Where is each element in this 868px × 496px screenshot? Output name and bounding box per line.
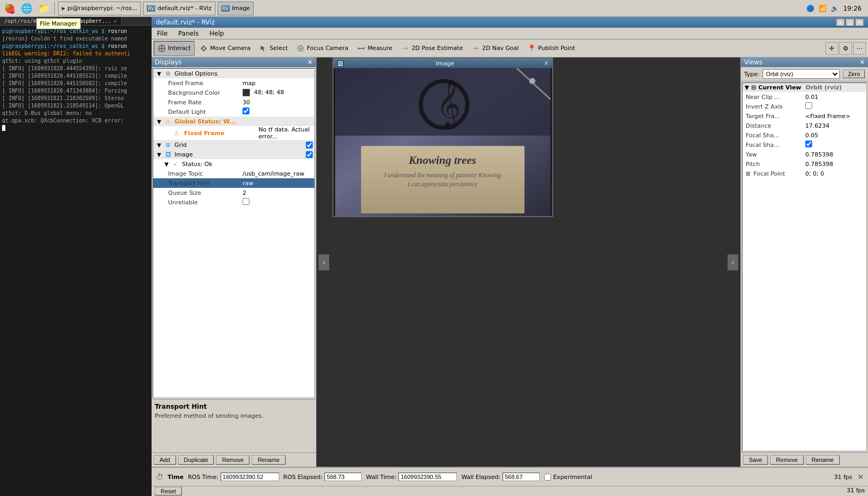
focal-point-row[interactable]: ⊞ Focal Point 0; 0; 0 (742, 169, 866, 178)
tool-focus-camera[interactable]: Focus Camera (293, 41, 352, 56)
image-display-expand[interactable]: ▼ (155, 152, 163, 158)
views-close-icon[interactable]: ✕ (859, 59, 865, 66)
taskbar-rviz[interactable]: RV default.rviz* - RViz (143, 2, 215, 15)
grid-checkbox[interactable] (306, 142, 313, 148)
near-clip-row[interactable]: Near Clip ... 0.01 (742, 92, 866, 102)
clock: 19:26 (843, 5, 862, 12)
tool-measure[interactable]: Measure (353, 41, 396, 56)
queue-size-row[interactable]: Queue Size 2 (153, 188, 314, 197)
menu-help[interactable]: Help (206, 29, 227, 38)
target-frame-row[interactable]: Target Fra... <Fixed Frame> (742, 111, 866, 121)
menu-panels[interactable]: Panels (175, 29, 202, 38)
wall-time-input[interactable] (398, 473, 457, 481)
toolbar-config-btn[interactable]: ⚙ (839, 42, 852, 55)
invert-z-row[interactable]: Invert Z Axis (742, 102, 866, 111)
ros-time-input[interactable] (221, 473, 279, 481)
focal-point-value: 0; 0; 0 (803, 170, 866, 177)
focal-shape-fixed-row[interactable]: Focal Sha... (742, 140, 866, 150)
grid-row[interactable]: ▼ ⊞ Grid (153, 140, 314, 150)
views-remove-button[interactable]: Remove (770, 455, 804, 465)
pitch-row[interactable]: Pitch 0.785398 (742, 159, 866, 169)
term-line-10: [ INFO] [1609931821.218302509]: Stereo (2, 95, 149, 102)
displays-panel-header: Displays ✕ (152, 57, 316, 67)
rviz-maximize-btn[interactable]: △ (846, 19, 854, 26)
folder-icon[interactable]: 📁 File Manager (36, 1, 51, 16)
views-zero-button[interactable]: Zero (843, 70, 865, 78)
global-status-row[interactable]: ▼ ⚠ Global Status: W... (153, 117, 314, 126)
rviz-minimize-btn[interactable]: ∨ (836, 19, 845, 26)
reset-button[interactable]: Reset (155, 487, 182, 495)
ros-elapsed-group: ROS Elapsed: (283, 473, 362, 481)
fixed-frame-status-row[interactable]: ⚠ Fixed Frame No tf data. Actual error..… (153, 126, 314, 140)
image-display-checkbox[interactable] (306, 151, 313, 158)
focal-shape-size-row[interactable]: Focal Sha... 0.05 (742, 130, 866, 140)
default-light-row[interactable]: Default Light (153, 107, 314, 117)
tool-select[interactable]: Select (255, 41, 291, 56)
global-status-expand[interactable]: ▼ (155, 119, 163, 125)
image-status-row[interactable]: ▼ ✓ Status: Ok (153, 159, 314, 169)
views-buttons: Save Remove Rename (741, 452, 868, 467)
wall-elapsed-label: Wall Elapsed: (461, 474, 500, 481)
taskbar-image[interactable]: RV Image (218, 2, 254, 15)
image-window-close[interactable]: ✕ (544, 60, 549, 67)
tool-2d-pose[interactable]: → 2D Pose Estimate (397, 41, 467, 56)
taskbar-terminal-1[interactable]: ▶ pi@raspberrypi: ~/ros... (58, 2, 141, 15)
image-floating-window[interactable]: 🖼 Image ✕ (332, 57, 553, 217)
tool-publish-point[interactable]: 📍 Publish Point (523, 41, 579, 56)
ros-elapsed-input[interactable] (324, 473, 362, 481)
unreliable-checkbox[interactable] (243, 198, 249, 205)
image-status-expand[interactable]: ▼ (163, 161, 170, 167)
wall-time-group: Wall Time: (366, 473, 457, 481)
term-line-7: [ INFO] [1609931820.445105523]: compile (2, 72, 149, 80)
tool-interact[interactable]: Interact (154, 41, 195, 56)
unreliable-value (240, 198, 314, 206)
image-display-row[interactable]: ▼ 🖼 Image (153, 150, 314, 159)
remove-button[interactable]: Remove (216, 455, 249, 465)
duplicate-button[interactable]: Duplicate (178, 455, 214, 465)
toolbar-add-btn[interactable]: ✛ (825, 42, 838, 55)
browser-icon[interactable]: 🌐 (19, 1, 34, 16)
toolbar-dots-btn[interactable]: ⋯ (853, 42, 866, 55)
displays-close-icon[interactable]: ✕ (307, 59, 313, 66)
tool-move-camera[interactable]: Move Camera (196, 41, 254, 56)
time-bar-close[interactable]: ✕ (857, 473, 864, 481)
frame-rate-row[interactable]: Frame Rate 30 (153, 97, 314, 107)
background-color-row[interactable]: Background Color 48; 48; 48 (153, 88, 314, 97)
image-topic-row[interactable]: Image Topic /usb_cam/image_raw (153, 169, 314, 178)
add-button[interactable]: Add (154, 455, 176, 465)
focal-shape-fixed-checkbox[interactable] (805, 140, 812, 147)
displays-panel: Displays ✕ ▼ ⚙ Global Options Fixed Fram… (152, 57, 316, 467)
transport-hint-row[interactable]: Transport Hint raw (153, 178, 314, 188)
views-type-select[interactable]: Orbit (rviz) (763, 69, 840, 79)
raspberry-icon[interactable]: 🍓 (2, 1, 17, 16)
file-manager-tooltip: File Manager (36, 18, 81, 29)
views-rename-button[interactable]: Rename (806, 455, 840, 465)
displays-tree[interactable]: ▼ ⚙ Global Options Fixed Frame map Backg… (153, 68, 315, 398)
menu-file[interactable]: File (154, 29, 171, 38)
yaw-row[interactable]: Yaw 0.785398 (742, 150, 866, 159)
grid-expand[interactable]: ▼ (155, 142, 163, 148)
global-options-expand[interactable]: ▼ (155, 71, 163, 77)
views-save-button[interactable]: Save (743, 455, 768, 465)
tool-2d-nav[interactable]: → 2D Nav Goal (468, 41, 522, 56)
tab-2-close[interactable]: ✕ (114, 18, 117, 24)
view-arrow-left[interactable]: ‹ (319, 254, 329, 270)
focal-shape-fixed-value (803, 140, 866, 149)
wall-elapsed-input[interactable] (503, 473, 540, 481)
unreliable-label: Unreliable (166, 199, 240, 206)
view-arrow-right[interactable]: › (728, 254, 738, 270)
experimental-checkbox[interactable] (544, 474, 551, 481)
fixed-frame-status-icon: ⚠ (172, 129, 181, 137)
rename-button[interactable]: Rename (252, 455, 286, 465)
global-options-row[interactable]: ▼ ⚙ Global Options (153, 69, 314, 78)
image-window-titlebar: 🖼 Image ✕ (333, 59, 552, 68)
unreliable-row[interactable]: Unreliable (153, 197, 314, 207)
rviz-close-btn[interactable]: ✕ (855, 19, 864, 26)
rviz-menubar: File Panels Help (152, 28, 868, 39)
default-light-checkbox[interactable] (243, 108, 249, 114)
invert-z-checkbox[interactable] (805, 102, 812, 109)
fixed-frame-row[interactable]: Fixed Frame map (153, 78, 314, 88)
current-view-header[interactable]: ▼ ⊟ Current View Orbit (rviz) (742, 83, 866, 92)
distance-row[interactable]: Distance 17.6234 (742, 121, 866, 130)
3d-view[interactable]: ‹ › 🖼 Image ✕ (316, 57, 740, 467)
